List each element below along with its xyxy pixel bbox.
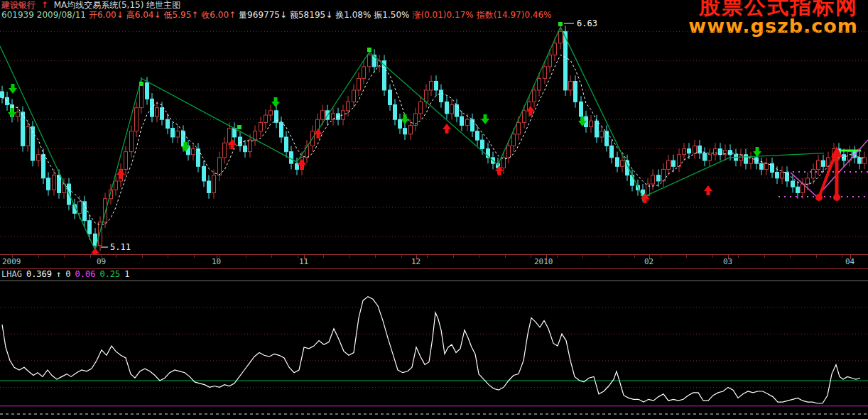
formula-system-title: MA均线交易系统(5,15) 绝世主图: [54, 0, 180, 10]
indicator-header: LHAG0.369↑00.060.251: [1, 269, 139, 280]
axis-date-label: 03: [723, 257, 732, 266]
axis-date-label: 12: [411, 257, 421, 266]
indicator-ref-1: 0.06: [75, 269, 96, 279]
axis-minor-tick: [271, 255, 272, 258]
quote-amount: 额58195↓: [290, 10, 332, 20]
quote-close: 收6.00↑: [201, 10, 236, 20]
trading-app-window: 建设银行 ↑ MA均线交易系统(5,15) 绝世主图 6019392009/08…: [0, 0, 868, 419]
quote-status-bar: 6019392009/08/11开6.00↓高6.04↓低5.95↑收6.00↑…: [1, 10, 555, 20]
axis-minor-tick: [842, 255, 842, 258]
axis-minor-tick: [582, 255, 583, 258]
quote-stock-code: 601939: [1, 10, 34, 20]
axis-minor-tick: [116, 255, 116, 258]
axis-minor-tick: [375, 255, 376, 258]
indicator-ref-2: 0.25: [99, 269, 120, 279]
axis-minor-tick: [764, 255, 765, 258]
axis-minor-tick: [38, 255, 39, 258]
quote-date: 2009/08/11: [37, 10, 86, 20]
axis-minor-tick: [816, 255, 817, 258]
axis-minor-tick: [712, 255, 713, 258]
axis-minor-tick: [479, 255, 479, 258]
quote-low: 低5.95↑: [164, 10, 199, 20]
axis-minor-tick: [298, 255, 298, 258]
quote-turnover: 换1.08%: [335, 10, 371, 20]
date-axis: 2009091011122010020304: [0, 254, 868, 269]
axis-date-label: 11: [299, 257, 308, 266]
quote-amplitude: 振1.50%: [374, 10, 409, 20]
axis-minor-tick: [323, 255, 324, 258]
axis-minor-tick: [427, 255, 428, 258]
axis-minor-tick: [142, 255, 143, 258]
high-price-label: 6.63: [577, 20, 597, 28]
indicator-name: LHAG: [1, 269, 22, 279]
stock-name: 建设银行: [1, 0, 36, 10]
quote-open: 开6.00↓: [89, 10, 124, 20]
axis-date-label: 09: [97, 257, 106, 266]
axis-minor-tick: [246, 255, 246, 258]
lhag-indicator-panel[interactable]: [0, 281, 868, 419]
quote-high: 高6.04↓: [126, 10, 161, 20]
indicator-arrow-icon: ↑: [56, 269, 61, 279]
indicator-value: 0.369: [26, 269, 52, 279]
axis-date-label: 04: [845, 257, 855, 266]
axis-minor-tick: [401, 255, 402, 258]
axis-minor-tick: [738, 255, 739, 258]
axis-date-label: 02: [644, 257, 653, 266]
quote-index: 指数(14.97)0.46%: [477, 10, 552, 20]
axis-minor-tick: [194, 255, 195, 258]
watermark-site-name: 股票公式指标网: [688, 0, 858, 17]
main-candlestick-chart[interactable]: 5.116.63: [0, 20, 868, 254]
axis-minor-tick: [349, 255, 350, 258]
axis-minor-tick: [505, 255, 506, 258]
axis-minor-tick: [531, 255, 531, 258]
up-arrow-icon: ↑: [41, 0, 48, 10]
indicator-ref-0: 0: [65, 269, 70, 279]
axis-minor-tick: [609, 255, 609, 258]
axis-date-label: 2010: [534, 257, 553, 266]
axis-minor-tick: [168, 255, 168, 258]
title-bar: 建设银行 ↑ MA均线交易系统(5,15) 绝世主图: [1, 0, 183, 10]
axis-minor-tick: [686, 255, 687, 258]
axis-minor-tick: [790, 255, 791, 258]
axis-minor-tick: [661, 255, 661, 258]
low-price-label: 5.11: [110, 242, 131, 252]
axis-minor-tick: [90, 255, 91, 258]
indicator-ref-3: 1: [124, 269, 129, 279]
axis-date-label: 2009: [2, 257, 21, 266]
quote-volume: 量969775↓: [239, 10, 287, 20]
axis-minor-tick: [453, 255, 454, 258]
axis-date-label: 10: [212, 257, 221, 266]
quote-change: 涨(0.01)0.17%: [412, 10, 473, 20]
axis-minor-tick: [634, 255, 635, 258]
axis-minor-tick: [557, 255, 558, 258]
axis-minor-tick: [64, 255, 65, 258]
